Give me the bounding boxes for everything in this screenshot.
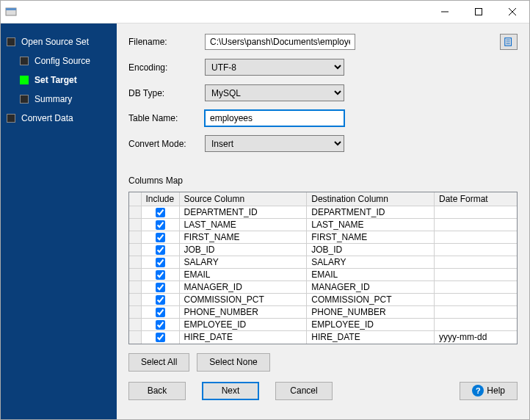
close-button[interactable] (495, 1, 529, 23)
datefmt-cell[interactable] (435, 231, 518, 244)
step-label: Config Source (35, 56, 90, 66)
dest-cell[interactable]: PHONE_NUMBER (307, 306, 435, 319)
tablename-input[interactable] (205, 110, 344, 126)
next-button[interactable]: Next (202, 382, 259, 400)
columns-map-label: Columns Map (128, 175, 518, 186)
dest-cell[interactable]: SALARY (307, 256, 435, 269)
row-header[interactable] (129, 269, 141, 281)
source-cell[interactable]: LAST_NAME (179, 219, 307, 231)
table-row[interactable]: DEPARTMENT_IDDEPARTMENT_ID (129, 206, 517, 219)
row-header[interactable] (129, 206, 141, 219)
row-header[interactable] (129, 256, 141, 269)
col-source[interactable]: Source Column (179, 192, 307, 206)
source-cell[interactable]: DEPARTMENT_ID (179, 206, 307, 219)
minimize-button[interactable] (428, 1, 462, 23)
table-row[interactable]: FIRST_NAMEFIRST_NAME (129, 231, 517, 244)
step-label: Set Target (35, 75, 77, 85)
include-checkbox[interactable] (156, 258, 165, 267)
table-row[interactable]: EMAILEMAIL (129, 269, 517, 281)
datefmt-cell[interactable] (435, 256, 518, 269)
include-checkbox[interactable] (156, 333, 165, 342)
datefmt-cell[interactable] (435, 244, 518, 256)
table-row[interactable]: PHONE_NUMBERPHONE_NUMBER (129, 306, 517, 319)
row-header[interactable] (129, 294, 141, 306)
datefmt-cell[interactable] (435, 319, 518, 331)
cancel-button[interactable]: Cancel (275, 382, 333, 400)
row-header[interactable] (129, 219, 141, 231)
row-header[interactable] (129, 306, 141, 319)
help-button[interactable]: ? Help (460, 382, 518, 400)
source-cell[interactable]: COMMISSION_PCT (179, 294, 307, 306)
include-checkbox[interactable] (156, 283, 165, 292)
browse-file-button[interactable] (500, 34, 518, 50)
source-cell[interactable]: PHONE_NUMBER (179, 306, 307, 319)
back-button[interactable]: Back (128, 382, 186, 400)
dest-cell[interactable]: MANAGER_ID (307, 281, 435, 294)
dbtype-label: DB Type: (128, 88, 205, 98)
step-marker-icon (20, 76, 29, 84)
dest-cell[interactable]: HIRE_DATE (307, 331, 435, 344)
table-row[interactable]: HIRE_DATEHIRE_DATEyyyy-mm-dd (129, 331, 517, 344)
source-cell[interactable]: EMPLOYEE_ID (179, 319, 307, 331)
dest-cell[interactable]: FIRST_NAME (307, 231, 435, 244)
sidebar: Open Source Set Config Source Set Target… (1, 23, 117, 419)
filename-input[interactable] (205, 34, 355, 50)
source-cell[interactable]: FIRST_NAME (179, 231, 307, 244)
include-checkbox[interactable] (156, 320, 165, 330)
source-cell[interactable]: EMAIL (179, 269, 307, 281)
datefmt-cell[interactable] (435, 269, 518, 281)
table-row[interactable]: MANAGER_IDMANAGER_ID (129, 281, 517, 294)
include-checkbox[interactable] (156, 270, 165, 280)
table-row[interactable]: JOB_IDJOB_ID (129, 244, 517, 256)
convertmode-select[interactable]: Insert (205, 135, 344, 152)
datefmt-cell[interactable] (435, 281, 518, 294)
dest-cell[interactable]: EMPLOYEE_ID (307, 319, 435, 331)
row-header[interactable] (129, 281, 141, 294)
dest-cell[interactable]: DEPARTMENT_ID (307, 206, 435, 219)
include-checkbox[interactable] (156, 208, 165, 217)
table-row[interactable]: COMMISSION_PCTCOMMISSION_PCT (129, 294, 517, 306)
dest-cell[interactable]: EMAIL (307, 269, 435, 281)
source-cell[interactable]: SALARY (179, 256, 307, 269)
source-cell[interactable]: JOB_ID (179, 244, 307, 256)
row-header[interactable] (129, 319, 141, 331)
row-header[interactable] (129, 231, 141, 244)
step-config-source[interactable]: Config Source (1, 51, 117, 70)
include-checkbox[interactable] (156, 220, 165, 230)
col-dest[interactable]: Destination Column (307, 192, 435, 206)
step-summary[interactable]: Summary (1, 90, 117, 109)
datefmt-cell[interactable] (435, 206, 518, 219)
table-row[interactable]: EMPLOYEE_IDEMPLOYEE_ID (129, 319, 517, 331)
source-cell[interactable]: MANAGER_ID (179, 281, 307, 294)
table-row[interactable]: LAST_NAMELAST_NAME (129, 219, 517, 231)
include-checkbox[interactable] (156, 245, 165, 255)
source-cell[interactable]: HIRE_DATE (179, 331, 307, 344)
datefmt-cell[interactable]: yyyy-mm-dd (435, 331, 518, 344)
main-panel: Filename: Encoding: UTF-8 DB Type: MySQL… (117, 23, 529, 419)
select-all-button[interactable]: Select All (128, 353, 189, 372)
dbtype-select[interactable]: MySQL (205, 84, 344, 101)
dest-cell[interactable]: LAST_NAME (307, 219, 435, 231)
row-header[interactable] (129, 331, 141, 344)
col-datefmt[interactable]: Date Format (435, 192, 518, 206)
col-include[interactable]: Include (141, 192, 179, 206)
select-none-button[interactable]: Select None (197, 353, 269, 372)
step-convert-data[interactable]: Convert Data (1, 109, 117, 128)
dest-cell[interactable]: JOB_ID (307, 244, 435, 256)
columns-map-table: Include Source Column Destination Column… (128, 192, 518, 344)
datefmt-cell[interactable] (435, 294, 518, 306)
step-open-source[interactable]: Open Source Set (1, 32, 117, 51)
maximize-button[interactable] (462, 1, 495, 23)
include-checkbox[interactable] (156, 308, 165, 317)
window-controls (428, 1, 529, 23)
include-checkbox[interactable] (156, 233, 165, 242)
table-row[interactable]: SALARYSALARY (129, 256, 517, 269)
datefmt-cell[interactable] (435, 219, 518, 231)
encoding-select[interactable]: UTF-8 (205, 59, 344, 76)
step-label: Convert Data (21, 113, 73, 123)
datefmt-cell[interactable] (435, 306, 518, 319)
include-checkbox[interactable] (156, 295, 165, 305)
step-set-target[interactable]: Set Target (1, 70, 117, 90)
dest-cell[interactable]: COMMISSION_PCT (307, 294, 435, 306)
row-header[interactable] (129, 244, 141, 256)
